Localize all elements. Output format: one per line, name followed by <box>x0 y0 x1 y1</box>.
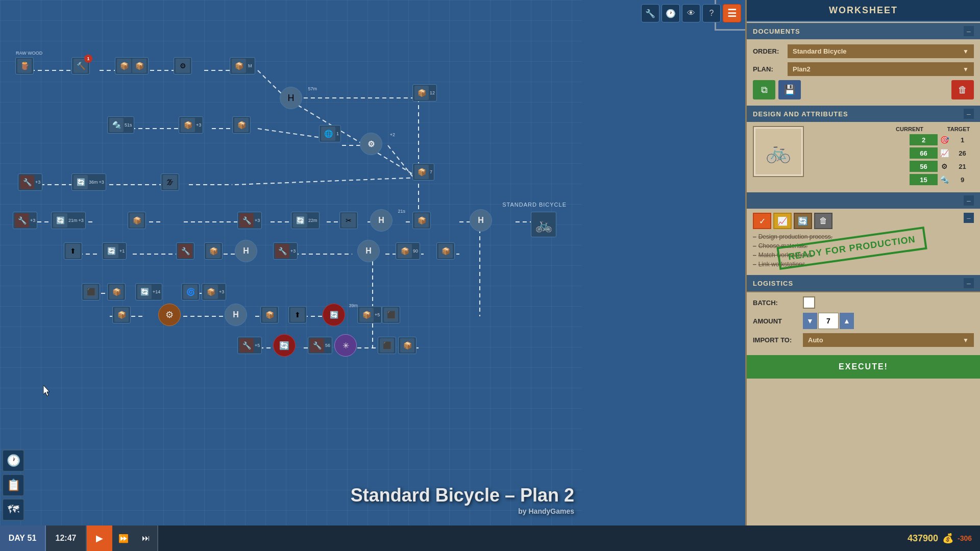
documents-collapse-button[interactable]: – <box>964 26 974 36</box>
order-dropdown[interactable]: Standard Bicycle ▼ <box>788 44 974 58</box>
checklist-item-0: Design production process. <box>753 233 974 240</box>
node-5-4[interactable]: 🔧 +3 <box>273 242 298 260</box>
node-r2[interactable]: 📦 7 <box>412 163 434 181</box>
tab-collapse-button[interactable]: – <box>964 213 974 223</box>
node-4-0[interactable]: 🔧 +3 <box>13 212 37 229</box>
node-4-cut[interactable]: ✂ <box>339 212 358 229</box>
menu-button[interactable]: ☰ <box>723 4 741 22</box>
design-collapse-button[interactable]: – <box>964 109 974 119</box>
node-4-proc[interactable]: 🔄 22m <box>291 212 320 229</box>
time-display: 12:47 <box>46 525 87 551</box>
node-5-1[interactable]: 🔄 +1 <box>102 242 127 260</box>
import-dropdown[interactable]: Auto ▼ <box>803 333 974 347</box>
tab-chart[interactable]: 📈 <box>773 213 792 229</box>
node-8-0[interactable]: 🔧 +5 <box>237 337 262 354</box>
hub-node-7a[interactable]: H <box>225 304 247 326</box>
node-6-1[interactable]: 📦 <box>107 283 126 300</box>
node-4-2[interactable]: 📦 <box>128 212 146 229</box>
attr-icon-2: ⚙ <box>940 162 949 170</box>
clock-button[interactable]: 🕐 <box>662 4 680 22</box>
logistics-collapse-button[interactable]: – <box>964 278 974 288</box>
canvas-subtitle: by HandyGames <box>351 507 574 515</box>
node-6-hub[interactable]: 🔄 +14 <box>135 283 162 300</box>
node-raw-wood[interactable]: RAW WOOD 🪵 <box>15 57 34 74</box>
play-button[interactable]: ▶ <box>87 525 112 551</box>
skip-forward-button[interactable]: ⏭ <box>135 525 157 551</box>
node-8-2[interactable]: ⬛ <box>378 337 396 354</box>
node-3-1[interactable]: 🔄 36m +3 <box>71 173 106 191</box>
node-5-out2[interactable]: 📦 <box>436 242 455 260</box>
hub-node-5b[interactable]: H <box>357 240 380 262</box>
node-3-2[interactable]: 🌫 <box>161 173 179 191</box>
node-7-3[interactable]: 📦 +5 <box>357 306 382 323</box>
batch-checkbox[interactable] <box>803 296 815 309</box>
attr-target-1: 26 <box>951 149 974 157</box>
node-8-3[interactable]: 📦 <box>398 337 416 354</box>
save-button[interactable]: 💾 <box>778 80 801 99</box>
design-content: 🚲 CURRENT TARGET 2 🎯 1 <box>747 122 980 191</box>
node-8-1[interactable]: 🔧 56 <box>308 337 332 354</box>
node-tool1[interactable]: 🔨 1 <box>71 57 90 74</box>
node-r1[interactable]: 📦 12 <box>412 84 437 102</box>
connections-svg: .conn { stroke: white; stroke-width: 2; … <box>0 0 582 551</box>
amount-decrease-button[interactable]: ▼ <box>803 313 817 329</box>
execute-button[interactable]: EXECUTE! <box>747 355 980 379</box>
hub-node-1[interactable]: H 57m <box>280 87 302 109</box>
checklist-collapse-button[interactable]: – <box>964 195 974 206</box>
tab-delete[interactable]: 🗑 <box>814 213 832 229</box>
node-7-4[interactable]: ⬛ <box>382 306 400 323</box>
node-5-0[interactable]: ⬆ <box>64 242 82 260</box>
attr-current-3: 15 <box>910 174 938 185</box>
copy-button[interactable]: ⧉ <box>753 80 775 99</box>
node-1-4[interactable]: 📦 M <box>230 57 255 74</box>
node-6-2[interactable]: 🌀 <box>181 283 200 300</box>
clock-sidebar-button[interactable]: 🕐 <box>2 449 24 472</box>
node-5-3[interactable]: 📦 <box>204 242 223 260</box>
doc-buttons-row: ⧉ 💾 🗑 <box>753 80 974 99</box>
delete-button[interactable]: 🗑 <box>951 80 974 99</box>
hub-node-4a[interactable]: H 21s <box>370 209 393 232</box>
attr-row-1: 66 📈 26 <box>808 147 974 159</box>
node-4-tool[interactable]: 🔧 +3 <box>237 212 262 229</box>
node-2-3[interactable]: 📦 <box>232 116 251 134</box>
hub-red-7[interactable]: 🔄 39m <box>323 304 345 326</box>
hub-red-8[interactable]: 🔄 <box>273 334 296 357</box>
hub-purple-8[interactable]: ✳ <box>334 334 357 357</box>
node-6-3[interactable]: 📦 +3 <box>202 283 226 300</box>
node-4-out1[interactable]: 📦 <box>412 212 431 229</box>
day-value: 51 <box>27 534 36 543</box>
plan-dropdown[interactable]: Plan2 ▼ <box>788 62 974 76</box>
node-final-output[interactable]: 🚲 <box>531 212 556 237</box>
node-storage1[interactable]: 📦 📦 <box>115 57 149 74</box>
eye-button[interactable]: 👁 <box>682 4 700 22</box>
help-button[interactable]: ? <box>702 4 721 22</box>
checklist-tabs: ✓ 📈 🔄 🗑 – <box>753 213 974 229</box>
hub-node-4b[interactable]: H <box>470 209 492 232</box>
wrench-button[interactable]: 🔧 <box>641 4 659 22</box>
fast-forward-button[interactable]: ⏩ <box>112 525 135 551</box>
order-row: ORDER: Standard Bicycle ▼ <box>753 44 974 58</box>
node-7-1[interactable]: 📦 <box>260 306 279 323</box>
hub-orange-7[interactable]: ⚙ <box>158 304 181 326</box>
node-6-0[interactable]: ⬛ <box>82 283 100 300</box>
node-2-2[interactable]: 📦 +3 <box>179 116 203 134</box>
tab-refresh[interactable]: 🔄 <box>794 213 812 229</box>
attr-target-2: 21 <box>951 163 974 170</box>
tab-checklist[interactable]: ✓ <box>753 213 771 229</box>
document-sidebar-button[interactable]: 📋 <box>2 474 24 496</box>
node-process1[interactable]: ⚙ <box>174 57 192 74</box>
node-5-out[interactable]: 📦 90 <box>396 242 420 260</box>
hub-node-5[interactable]: H <box>235 240 257 262</box>
node-5-2[interactable]: 🔧 <box>176 242 194 260</box>
node-2-1[interactable]: 🔩 51s <box>107 116 134 134</box>
node-3-0[interactable]: 🔧 +3 <box>18 173 42 191</box>
design-inner: 🚲 CURRENT TARGET 2 🎯 1 <box>753 126 974 187</box>
node-globe[interactable]: 🌐 1 <box>319 125 341 142</box>
hub-node-2[interactable]: ⚙ +2 <box>360 133 382 155</box>
amount-increase-button[interactable]: ▲ <box>840 313 854 329</box>
node-4-1[interactable]: 🔄 21m +3 <box>51 212 86 229</box>
node-7-2[interactable]: ⬆ <box>288 306 307 323</box>
target-col-label: TARGET <box>943 126 974 132</box>
node-7-0[interactable]: 📦 <box>112 306 131 323</box>
map-sidebar-button[interactable]: 🗺 <box>2 498 24 521</box>
